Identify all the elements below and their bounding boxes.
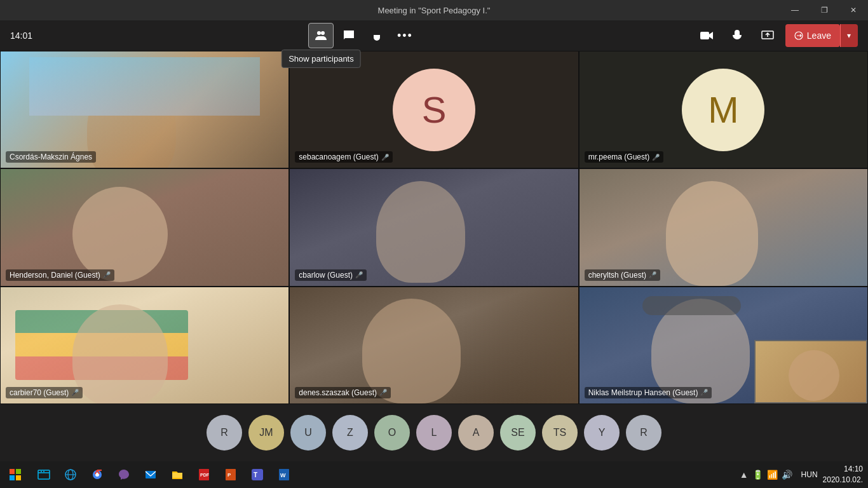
taskbar-files-icon[interactable] bbox=[164, 461, 191, 488]
video-grid: Csordás-Makszin Ágnes S sebacanoagem (Gu… bbox=[0, 51, 868, 404]
taskbar-teams-icon[interactable]: T bbox=[244, 461, 271, 488]
camera-button[interactable] bbox=[694, 23, 719, 48]
tray-arrow[interactable]: ▲ bbox=[738, 468, 750, 481]
chat-button[interactable] bbox=[336, 23, 362, 48]
taskbar-viber-icon[interactable] bbox=[111, 461, 137, 488]
svg-text:T: T bbox=[254, 471, 257, 478]
participants-tooltip: Show participants bbox=[281, 50, 361, 68]
svg-rect-16 bbox=[146, 471, 156, 478]
strip-avatar-r-0[interactable]: R bbox=[207, 415, 242, 451]
tray-volume[interactable]: 🔊 bbox=[780, 468, 794, 481]
participant-label-cheryltsh: cheryltsh (Guest) 🎤 bbox=[585, 269, 660, 281]
title-bar: Meeting in "Sport Pedagogy I." — ❐ ✕ bbox=[0, 0, 868, 20]
tray-battery[interactable]: 🔋 bbox=[751, 468, 764, 481]
mic-muted-icon-carbier70: 🎤 bbox=[71, 389, 79, 396]
svg-rect-8 bbox=[16, 475, 21, 480]
video-cell-mrpeema: M mr.peema (Guest) 🎤 bbox=[579, 51, 868, 168]
video-cell-cbarlow: cbarlow (Guest) 🎤 bbox=[289, 168, 578, 286]
video-cell-carbier70: carbier70 (Guest) 🎤 bbox=[0, 287, 289, 404]
video-row-bottom: carbier70 (Guest) 🎤 denes.szaszak (Guest… bbox=[0, 287, 868, 404]
mic-muted-icon-cbarlow: 🎤 bbox=[355, 271, 363, 278]
taskbar: PDF P T W ▲ 🔋 📶 🔊 HUN 14:10 2020.10.02. bbox=[0, 461, 868, 488]
taskbar-pdf-icon[interactable]: PDF bbox=[191, 461, 217, 488]
video-row-top: Csordás-Makszin Ágnes S sebacanoagem (Gu… bbox=[0, 51, 868, 168]
avatar-strip: RJMUZOLASETSYR bbox=[0, 404, 868, 461]
strip-avatar-se-7[interactable]: SE bbox=[500, 415, 536, 451]
toolbar-right-controls: Leave ▾ bbox=[694, 23, 858, 48]
mic-muted-icon-cheryltsh: 🎤 bbox=[649, 271, 656, 278]
mic-muted-icon-niklas: 🎤 bbox=[700, 389, 708, 396]
participant-label-sebacanoagem: sebacanoagem (Guest) 🎤 bbox=[295, 151, 392, 163]
mic-muted-icon-sebacanoagem: 🎤 bbox=[381, 154, 389, 161]
participants-button-wrapper: Show participants bbox=[308, 23, 334, 48]
taskbar-right: ▲ 🔋 📶 🔊 HUN 14:10 2020.10.02. bbox=[733, 461, 868, 488]
mic-muted-icon-denes: 🎤 bbox=[379, 389, 387, 396]
svg-rect-6 bbox=[16, 469, 21, 474]
strip-avatar-o-4[interactable]: O bbox=[374, 415, 410, 451]
participant-label-csordas: Csordás-Makszin Ágnes bbox=[6, 151, 96, 163]
system-clock: 14:10 2020.10.02. bbox=[823, 464, 863, 485]
taskbar-powerpoint-icon[interactable]: P bbox=[217, 461, 244, 488]
toolbar-center-controls: Show participants ••• bbox=[308, 23, 417, 48]
tray-network[interactable]: 📶 bbox=[766, 468, 779, 481]
svg-text:W: W bbox=[280, 472, 286, 478]
participant-label-niklas: Niklas Meilstrup Hansen (Guest) 🎤 bbox=[585, 387, 712, 398]
keyboard-language[interactable]: HUN bbox=[801, 470, 818, 479]
video-cell-denes: denes.szaszak (Guest) 🎤 bbox=[289, 287, 578, 404]
taskbar-ie-icon[interactable] bbox=[57, 461, 84, 488]
svg-point-11 bbox=[43, 471, 44, 472]
participant-label-carbier70: carbier70 (Guest) 🎤 bbox=[6, 387, 83, 398]
taskbar-word-icon[interactable]: W bbox=[271, 461, 297, 488]
strip-avatar-ts-8[interactable]: TS bbox=[542, 415, 578, 451]
participant-label-denes: denes.szaszak (Guest) 🎤 bbox=[295, 387, 391, 398]
strip-avatar-r-10[interactable]: R bbox=[626, 415, 661, 451]
window-controls: — ❐ ✕ bbox=[780, 0, 868, 20]
svg-text:PDF: PDF bbox=[200, 473, 210, 477]
meeting-toolbar: 14:01 Show participants ••• bbox=[0, 20, 868, 51]
strip-avatar-l-5[interactable]: L bbox=[416, 415, 452, 451]
microphone-button[interactable] bbox=[724, 23, 750, 48]
taskbar-store-icon[interactable] bbox=[31, 461, 57, 488]
video-cell-niklas: Niklas Meilstrup Hansen (Guest) 🎤 bbox=[579, 287, 868, 404]
leave-button[interactable]: Leave bbox=[785, 24, 840, 47]
svg-rect-5 bbox=[10, 469, 15, 474]
svg-point-1 bbox=[321, 31, 325, 35]
svg-text:P: P bbox=[227, 472, 231, 478]
participant-label-mrpeema: mr.peema (Guest) 🎤 bbox=[585, 151, 664, 163]
svg-rect-7 bbox=[10, 475, 15, 480]
svg-point-0 bbox=[317, 31, 321, 35]
strip-avatar-u-2[interactable]: U bbox=[290, 415, 326, 451]
strip-avatar-jm-1[interactable]: JM bbox=[248, 415, 284, 451]
window-title: Meeting in "Sport Pedagogy I." bbox=[378, 6, 491, 15]
mic-muted-icon-henderson: 🎤 bbox=[103, 271, 111, 278]
more-options-button[interactable]: ••• bbox=[392, 23, 417, 48]
maximize-button[interactable]: ❐ bbox=[810, 0, 839, 20]
leave-dropdown-button[interactable]: ▾ bbox=[840, 24, 858, 47]
leave-button-group: Leave ▾ bbox=[785, 24, 858, 47]
mic-muted-icon-mrpeema: 🎤 bbox=[652, 154, 660, 161]
strip-avatar-z-3[interactable]: Z bbox=[332, 415, 368, 451]
show-participants-button[interactable] bbox=[308, 23, 334, 48]
strip-avatar-y-9[interactable]: Y bbox=[584, 415, 620, 451]
close-button[interactable]: ✕ bbox=[839, 0, 868, 20]
taskbar-chrome-icon[interactable] bbox=[84, 461, 111, 488]
system-tray: ▲ 🔋 📶 🔊 bbox=[738, 468, 794, 481]
participant-label-cbarlow: cbarlow (Guest) 🎤 bbox=[295, 269, 367, 281]
video-cell-sebacanoagem: S sebacanoagem (Guest) 🎤 bbox=[289, 51, 578, 168]
video-cell-cheryltsh: cheryltsh (Guest) 🎤 bbox=[579, 168, 868, 286]
participant-label-henderson: Henderson, Daniel (Guest) 🎤 bbox=[6, 269, 114, 281]
svg-rect-2 bbox=[700, 32, 709, 39]
video-cell-csordas: Csordás-Makszin Ágnes bbox=[0, 51, 289, 168]
video-row-middle: Henderson, Daniel (Guest) 🎤 cbarlow (Gue… bbox=[0, 168, 868, 286]
svg-point-10 bbox=[41, 471, 42, 472]
start-button[interactable] bbox=[0, 461, 31, 488]
self-preview-window bbox=[754, 340, 867, 403]
meeting-time: 14:01 bbox=[10, 30, 32, 41]
share-screen-button[interactable] bbox=[755, 23, 780, 48]
strip-avatar-a-6[interactable]: A bbox=[458, 415, 494, 451]
raise-hand-button[interactable] bbox=[364, 23, 390, 48]
video-cell-henderson: Henderson, Daniel (Guest) 🎤 bbox=[0, 168, 289, 286]
minimize-button[interactable]: — bbox=[780, 0, 810, 20]
taskbar-mail-icon[interactable] bbox=[137, 461, 164, 488]
